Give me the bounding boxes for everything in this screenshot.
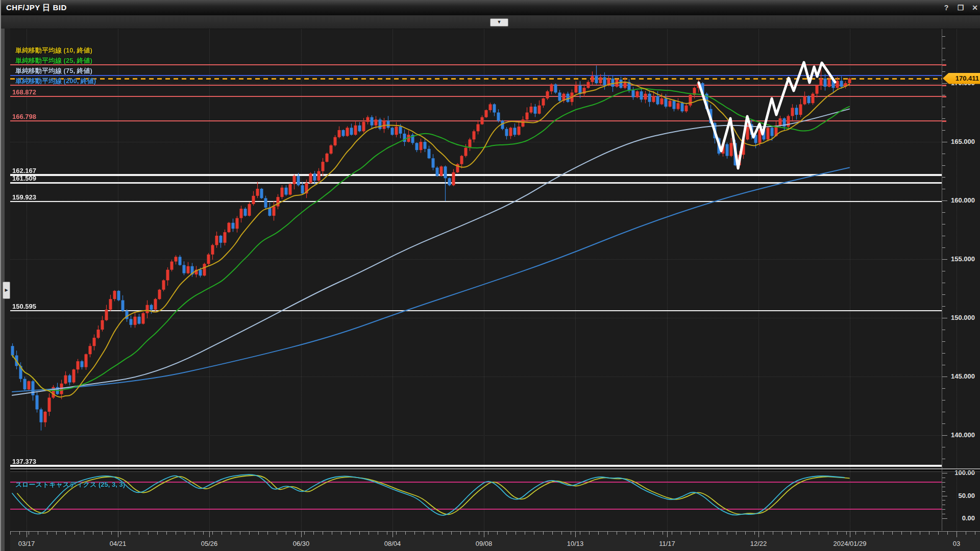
close-icon[interactable]: ✕ <box>969 3 980 13</box>
sidebar-expand-button[interactable]: ▶ <box>3 282 10 299</box>
toolbar-collapse-button[interactable]: ▼ <box>490 18 508 27</box>
price-line-label: 159.923 <box>12 193 36 201</box>
sidebar-collapsed: ▶ <box>1 29 10 551</box>
chevron-right-icon: ▶ <box>5 288 8 292</box>
axis-marker-red <box>942 120 946 122</box>
axis-marker-red <box>942 64 946 66</box>
price-line-label: 166.798 <box>12 113 36 120</box>
pane-divider-inner <box>1 471 980 472</box>
legend-sma-200[interactable]: 単純移動平均線 (200, 終値) <box>15 77 96 86</box>
title-bar[interactable]: CHF/JPY 日 BID ? ❐ ✕ <box>1 0 980 16</box>
legend-stochastics[interactable]: スローストキャスティクス (25, 3, 3) <box>15 480 125 489</box>
chevron-down-icon: ▼ <box>497 19 502 24</box>
price-line-label: 168.872 <box>12 88 36 96</box>
app-window: 168.872166.798162.167161.509159.923150.5… <box>0 0 980 551</box>
maximize-icon[interactable]: ❐ <box>954 3 967 13</box>
legend-sma-25[interactable]: 単純移動平均線 (25, 終値) <box>15 56 92 65</box>
toolbar-strip: ▼ <box>1 15 980 29</box>
chart-root: 168.872166.798162.167161.509159.923150.5… <box>1 0 980 551</box>
pane-divider[interactable] <box>1 468 980 469</box>
window-title: CHF/JPY 日 BID <box>6 3 67 13</box>
axis-marker-red <box>942 85 946 86</box>
date-axis-border <box>1 531 980 532</box>
price-line-label: 150.595 <box>12 303 36 310</box>
help-icon[interactable]: ? <box>940 3 952 13</box>
price-line-label: 137.373 <box>12 458 36 465</box>
axis-marker-red <box>942 96 946 97</box>
legend-sma-10[interactable]: 単純移動平均線 (10, 終値) <box>15 46 92 55</box>
legend-sma-75[interactable]: 単純移動平均線 (75, 終値) <box>15 66 92 76</box>
price-line-label: 161.509 <box>12 174 36 182</box>
current-price-tag: 170.411 <box>943 73 980 84</box>
price-line-label: 162.167 <box>12 167 36 174</box>
